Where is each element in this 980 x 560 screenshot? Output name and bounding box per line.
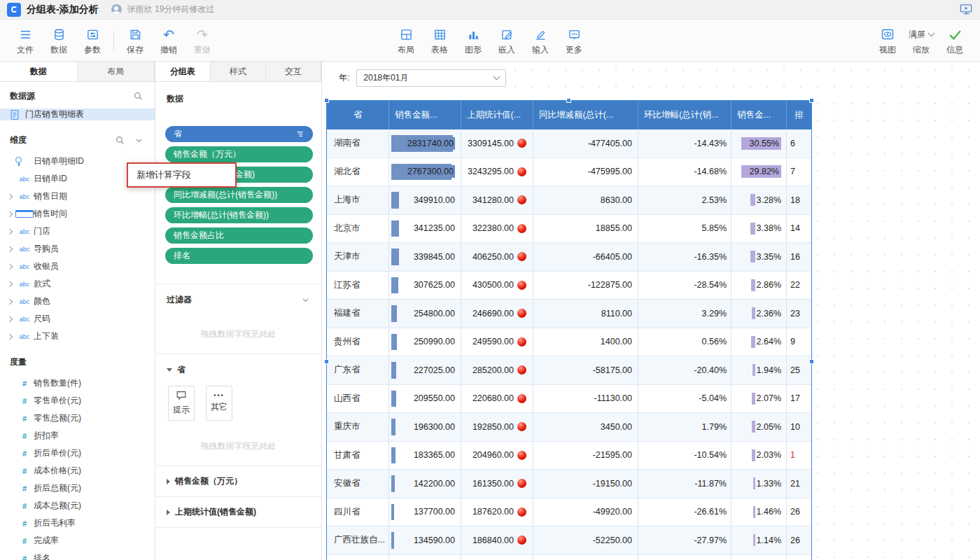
- measure-field-item[interactable]: 成本价格(元): [0, 462, 155, 479]
- filter-dropzone[interactable]: 拖拽数据字段至此处: [155, 314, 321, 354]
- header-cell[interactable]: 排: [787, 101, 811, 130]
- tab-data[interactable]: 数据: [0, 62, 78, 81]
- table-row[interactable]: [327, 555, 811, 560]
- header-cell[interactable]: 销售金额...: [389, 101, 461, 130]
- field-pill[interactable]: 同比增减额(总计(销售金额)): [165, 187, 313, 203]
- grouped-table-widget[interactable]: 省 销售金额... 上期统计值(... 同比增减额(总计(... 环比增幅(总计…: [327, 101, 811, 560]
- province-section-header[interactable]: 省: [155, 354, 321, 383]
- table-row[interactable]: 湖北省 2767300.00 3243295.00 -475995.00 -14…: [327, 158, 811, 187]
- field-pill[interactable]: 环比增幅(总计(销售金额)): [165, 207, 313, 223]
- table-row[interactable]: 甘肃省 183365.00 204960.00 -21595.00 -10.54…: [327, 442, 811, 470]
- table-button[interactable]: 表格: [423, 24, 456, 56]
- header-cell[interactable]: 上期统计值(...: [461, 101, 533, 130]
- table-row[interactable]: 福建省 254800.00 246690.00 8110.00 3.29%: [327, 300, 811, 328]
- more-button[interactable]: 更多: [557, 24, 591, 56]
- save-button[interactable]: 保存: [118, 24, 152, 56]
- tab-layout[interactable]: 布局: [78, 62, 155, 81]
- dimensions-menu-chevron-icon[interactable]: [134, 136, 144, 145]
- expand-chevron-icon[interactable]: [4, 300, 15, 304]
- dimension-field-item[interactable]: 颜色: [0, 293, 155, 310]
- other-button[interactable]: ••• 其它: [206, 386, 232, 421]
- province-dropzone[interactable]: 拖拽数据字段至此处: [155, 426, 321, 465]
- tip-button[interactable]: 提示: [168, 386, 195, 421]
- tab-grouped-table[interactable]: 分组表: [155, 62, 211, 81]
- sort-filter-icon[interactable]: [295, 130, 304, 139]
- context-menu-add-calculated-field[interactable]: 新增计算字段: [127, 162, 237, 188]
- header-cell[interactable]: 销售金...: [732, 101, 787, 130]
- data-button[interactable]: 数据: [42, 24, 76, 56]
- expand-chevron-icon[interactable]: [4, 195, 15, 199]
- undo-button[interactable]: ↶ 撤销: [152, 24, 186, 56]
- selection-handle[interactable]: [809, 359, 814, 364]
- year-filter-select[interactable]: 2018年01月: [356, 69, 506, 87]
- expand-chevron-icon[interactable]: [4, 265, 15, 269]
- measure-field-item[interactable]: 折后单价(元): [0, 444, 155, 462]
- collapsed-section-header[interactable]: 上期统计值(销售金额): [155, 496, 321, 527]
- dimension-field-item[interactable]: 收银员: [0, 258, 155, 275]
- measure-field-item[interactable]: 成本总额(元): [0, 497, 155, 514]
- table-row[interactable]: 广东省 227025.00 285200.00 -58175.00 -20.40…: [327, 356, 811, 385]
- measure-field-item[interactable]: 排名: [0, 550, 155, 560]
- measure-field-item[interactable]: 折扣率: [0, 427, 155, 444]
- dimension-field-item[interactable]: 款式: [0, 275, 155, 293]
- dimension-field-item[interactable]: 销售时间: [0, 205, 155, 223]
- embed-button[interactable]: 嵌入: [490, 24, 524, 56]
- expand-chevron-icon[interactable]: [4, 317, 15, 321]
- filter-section-header[interactable]: 过滤器: [155, 284, 321, 314]
- layout-button[interactable]: 布局: [389, 24, 423, 56]
- present-icon[interactable]: [960, 3, 973, 16]
- dimension-field-item[interactable]: 销售日期: [0, 188, 155, 205]
- search-icon[interactable]: [115, 135, 125, 146]
- table-row[interactable]: 山西省 209550.00 220680.00 -11130.00 -5.04%: [327, 385, 811, 414]
- selection-handle[interactable]: [809, 98, 814, 103]
- table-row[interactable]: 上海市 349910.00 341280.00 8630.00 2.53%: [327, 186, 811, 215]
- info-button[interactable]: 信息: [938, 24, 972, 56]
- field-pill[interactable]: 省: [165, 126, 313, 142]
- expand-chevron-icon[interactable]: [4, 335, 15, 339]
- field-pill[interactable]: 销售金额占比: [165, 227, 313, 244]
- dimension-field-item[interactable]: 导购员: [0, 240, 155, 258]
- table-row[interactable]: 四川省 137700.00 187620.00 -49920.00 -26.61…: [327, 498, 811, 527]
- tab-interaction[interactable]: 交互: [266, 62, 321, 81]
- selection-handle[interactable]: [324, 359, 329, 364]
- dimension-field-item[interactable]: 尺码: [0, 310, 155, 328]
- table-row[interactable]: 安徽省 142200.00 161350.00 -19150.00 -11.87…: [327, 470, 811, 498]
- table-row[interactable]: 广西壮族自... 134590.00 186840.00 -52250.00 -…: [327, 526, 811, 555]
- view-button[interactable]: 视图: [871, 24, 904, 56]
- parameter-button[interactable]: 参数: [76, 24, 109, 56]
- header-cell[interactable]: 环比增幅(总计(销...: [638, 101, 732, 130]
- table-row[interactable]: 天津市 339845.00 406250.00 -66405.00 -16.35…: [327, 243, 811, 272]
- table-row[interactable]: 贵州省 250990.00 249590.00 1400.00 0.56%: [327, 328, 811, 357]
- zoom-control[interactable]: 满屏 缩放: [904, 24, 938, 56]
- selection-handle[interactable]: [324, 98, 329, 103]
- field-pill[interactable]: 销售金额（万元）: [165, 146, 313, 162]
- dimension-field-item[interactable]: 门店: [0, 223, 155, 240]
- expand-chevron-icon[interactable]: [4, 247, 15, 251]
- redo-button[interactable]: ↷ 重做: [186, 24, 219, 56]
- collapsed-section-header[interactable]: 销售金额（万元）: [155, 465, 321, 496]
- input-button[interactable]: 输入: [524, 24, 557, 56]
- measure-field-item[interactable]: 零售总额(元): [0, 410, 155, 427]
- expand-chevron-icon[interactable]: [4, 230, 15, 234]
- file-button[interactable]: 文件: [8, 24, 42, 56]
- measure-field-item[interactable]: 零售单价(元): [0, 392, 155, 410]
- table-row[interactable]: 重庆市 196300.00 192850.00 3450.00 1.79%: [327, 413, 811, 442]
- fullscreen-value[interactable]: 满屏: [909, 29, 925, 41]
- header-cell[interactable]: 同比增减额(总计(...: [533, 101, 638, 130]
- expand-chevron-icon[interactable]: [4, 212, 15, 216]
- expand-chevron-icon[interactable]: [4, 282, 15, 286]
- chart-button[interactable]: 图形: [456, 24, 490, 56]
- dimension-field-item[interactable]: 上下装: [0, 328, 155, 345]
- field-pill[interactable]: 排名: [165, 248, 313, 264]
- measure-field-item[interactable]: 销售数量(件): [0, 374, 155, 392]
- measure-field-item[interactable]: 完成率: [0, 532, 155, 550]
- header-cell[interactable]: 省: [327, 101, 389, 130]
- search-icon[interactable]: [133, 91, 144, 102]
- table-row[interactable]: 江苏省 307625.00 430500.00 -122875.00 -28.5…: [327, 272, 811, 300]
- measure-field-item[interactable]: 折后毛利率: [0, 514, 155, 532]
- table-row[interactable]: 湖南省 2831740.00 3309145.00 -477405.00 -14…: [327, 130, 811, 158]
- table-row[interactable]: 北京市 341235.00 322380.00 18855.00 5.85%: [327, 215, 811, 244]
- measure-field-item[interactable]: 折后总额(元): [0, 479, 155, 497]
- datasource-table-item[interactable]: 门店销售明细表: [0, 108, 155, 120]
- tab-style[interactable]: 样式: [211, 62, 266, 81]
